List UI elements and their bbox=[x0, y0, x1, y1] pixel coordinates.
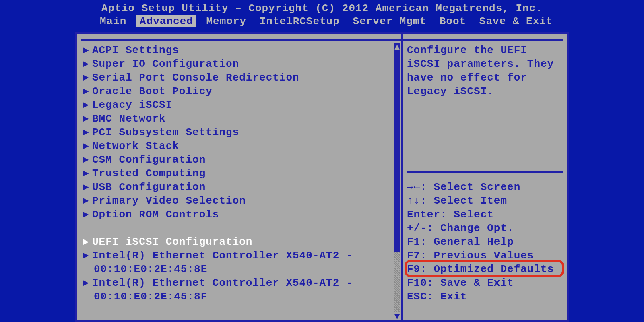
tab-boot[interactable]: Boot bbox=[436, 15, 469, 27]
submenu-arrow-icon: ▶ bbox=[83, 43, 92, 57]
tab-main[interactable]: Main bbox=[97, 15, 130, 27]
menu-item-uefi-iscsi-configuration[interactable]: ▶UEFI iSCSI Configuration bbox=[81, 235, 401, 249]
menu-item-label: Network Stack bbox=[92, 139, 179, 153]
submenu-arrow-icon: ▶ bbox=[83, 235, 92, 249]
submenu-arrow-icon: ▶ bbox=[83, 153, 92, 167]
tab-intelrcsetup[interactable]: IntelRCSetup bbox=[256, 15, 343, 27]
scrollbar[interactable]: ▲ ▼ bbox=[394, 43, 400, 320]
menu-item-label: BMC Network bbox=[92, 112, 166, 126]
menu-item-sublabel: 00:10:E0:2E:45:8F bbox=[94, 290, 207, 303]
menu-item-oracle-boot-policy[interactable]: ▶Oracle Boot Policy bbox=[81, 85, 401, 98]
menu-item-label: CSM Configuration bbox=[92, 153, 206, 167]
submenu-arrow-icon: ▶ bbox=[83, 167, 92, 180]
menu-item-legacy-iscsi[interactable]: ▶Legacy iSCSI bbox=[81, 98, 401, 112]
menu-item-label: Legacy iSCSI bbox=[92, 98, 172, 112]
scroll-down-icon[interactable]: ▼ bbox=[394, 312, 400, 322]
menu-item-label: PCI Subsystem Settings bbox=[92, 126, 239, 139]
key-help-3: +/-: Change Opt. bbox=[407, 221, 563, 235]
menu-item-sublabel: 00:10:E0:2E:45:8E bbox=[94, 262, 207, 276]
key-help-8: ESC: Exit bbox=[407, 290, 563, 303]
inner-border-top bbox=[81, 39, 563, 41]
menu-item-label: Serial Port Console Redirection bbox=[92, 71, 299, 85]
menu-item-bmc-network[interactable]: ▶BMC Network bbox=[81, 112, 401, 126]
scroll-up-icon[interactable]: ▲ bbox=[394, 43, 400, 53]
menu-pane: ▶ACPI Settings▶Super IO Configuration▶Se… bbox=[81, 43, 401, 320]
menu-item-acpi-settings[interactable]: ▶ACPI Settings bbox=[81, 43, 401, 57]
menu-item-super-io-configuration[interactable]: ▶Super IO Configuration bbox=[81, 57, 401, 71]
key-help-6: F9: Optimized Defaults bbox=[407, 262, 563, 276]
help-pane: Configure the UEFI iSCSI parameters. The… bbox=[407, 43, 563, 320]
title-bar: Aptio Setup Utility – Copyright (C) 2012… bbox=[0, 0, 644, 15]
submenu-arrow-icon: ▶ bbox=[83, 112, 92, 126]
submenu-arrow-icon: ▶ bbox=[83, 85, 92, 98]
menu-item-label: UEFI iSCSI Configuration bbox=[92, 235, 252, 249]
menu-item-usb-configuration[interactable]: ▶USB Configuration bbox=[81, 180, 401, 194]
menu-item-sub[interactable]: 00:10:E0:2E:45:8E bbox=[81, 262, 401, 276]
help-divider bbox=[407, 171, 563, 173]
menu-item-intel-r-ethernet-controller-x540-at2[interactable]: ▶Intel(R) Ethernet Controller X540-AT2 - bbox=[81, 276, 401, 290]
menu-item-label: Super IO Configuration bbox=[92, 57, 239, 71]
menu-item-pci-subsystem-settings[interactable]: ▶PCI Subsystem Settings bbox=[81, 126, 401, 139]
menu-item-primary-video-selection[interactable]: ▶Primary Video Selection bbox=[81, 194, 401, 208]
menu-item-csm-configuration[interactable]: ▶CSM Configuration bbox=[81, 153, 401, 167]
tab-server-mgmt[interactable]: Server Mgmt bbox=[350, 15, 430, 27]
menu-item-label: Intel(R) Ethernet Controller X540-AT2 - bbox=[92, 276, 353, 290]
scrollbar-track-hatch bbox=[394, 252, 400, 312]
main-frame: ▶ACPI Settings▶Super IO Configuration▶Se… bbox=[75, 32, 569, 322]
submenu-arrow-icon: ▶ bbox=[83, 180, 92, 194]
tab-row: Main Advanced Memory IntelRCSetup Server… bbox=[0, 15, 644, 28]
menu-item-label: ACPI Settings bbox=[92, 43, 179, 57]
key-help-list: →←: Select Screen↑↓: Select ItemEnter: S… bbox=[407, 180, 563, 303]
vertical-divider bbox=[401, 34, 402, 320]
menu-item-label: Intel(R) Ethernet Controller X540-AT2 - bbox=[92, 249, 353, 262]
submenu-arrow-icon: ▶ bbox=[83, 71, 92, 85]
submenu-arrow-icon: ▶ bbox=[83, 208, 92, 221]
key-help-2: Enter: Select bbox=[407, 208, 563, 221]
key-help-1: ↑↓: Select Item bbox=[407, 194, 563, 208]
submenu-arrow-icon: ▶ bbox=[83, 276, 92, 290]
menu-item-serial-port-console-redirection[interactable]: ▶Serial Port Console Redirection bbox=[81, 71, 401, 85]
menu-item-sub[interactable]: 00:10:E0:2E:45:8F bbox=[81, 290, 401, 303]
key-help-4: F1: General Help bbox=[407, 235, 563, 249]
menu-item-intel-r-ethernet-controller-x540-at2[interactable]: ▶Intel(R) Ethernet Controller X540-AT2 - bbox=[81, 249, 401, 262]
help-text: Configure the UEFI iSCSI parameters. The… bbox=[407, 43, 563, 98]
tab-advanced[interactable]: Advanced bbox=[136, 15, 196, 27]
tab-save-exit[interactable]: Save & Exit bbox=[476, 15, 556, 27]
menu-item-label: Option ROM Controls bbox=[92, 208, 219, 221]
submenu-arrow-icon: ▶ bbox=[83, 98, 92, 112]
tab-memory[interactable]: Memory bbox=[203, 15, 250, 27]
submenu-arrow-icon: ▶ bbox=[83, 57, 92, 71]
submenu-arrow-icon: ▶ bbox=[83, 139, 92, 153]
menu-item-option-rom-controls[interactable]: ▶Option ROM Controls bbox=[81, 208, 401, 221]
scrollbar-thumb[interactable] bbox=[394, 43, 400, 252]
menu-item-label: USB Configuration bbox=[92, 180, 206, 194]
submenu-arrow-icon: ▶ bbox=[83, 194, 92, 208]
submenu-arrow-icon: ▶ bbox=[83, 126, 92, 139]
menu-item-network-stack[interactable]: ▶Network Stack bbox=[81, 139, 401, 153]
submenu-arrow-icon: ▶ bbox=[83, 249, 92, 262]
menu-item-label: Trusted Computing bbox=[92, 167, 206, 180]
key-help-7: F10: Save & Exit bbox=[407, 276, 563, 290]
key-help-5: F7: Previous Values bbox=[407, 249, 563, 262]
menu-item-label: Primary Video Selection bbox=[92, 194, 246, 208]
menu-blank bbox=[81, 221, 401, 235]
key-help-0: →←: Select Screen bbox=[407, 180, 563, 194]
menu-item-label: Oracle Boot Policy bbox=[92, 85, 213, 98]
menu-item-trusted-computing[interactable]: ▶Trusted Computing bbox=[81, 167, 401, 180]
